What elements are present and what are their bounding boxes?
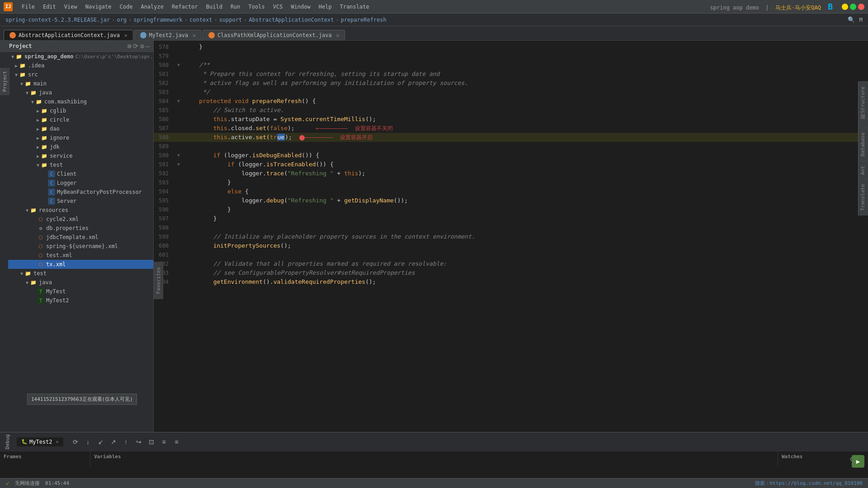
tree-cycle2[interactable]: ▶ ⬡ cycle2.xml <box>8 215 153 224</box>
favorites-tab[interactable]: Favorites <box>154 262 163 299</box>
tree-test-java[interactable]: ▼ 📁 java <box>8 278 153 287</box>
folder-icon-java: 📁 <box>30 89 37 96</box>
crumb-class[interactable]: AbstractApplicationContext <box>249 17 334 23</box>
debug-tab-close[interactable]: ✕ <box>56 439 59 444</box>
sidebar-icon-new[interactable]: ⊞ <box>127 42 131 50</box>
project-tab[interactable]: Project <box>0 68 9 95</box>
menu-translate[interactable]: Translate <box>336 2 373 11</box>
dbg-step-into[interactable]: ↙ <box>96 437 106 447</box>
menu-help[interactable]: Help <box>315 2 335 11</box>
tree-jdbctemplate[interactable]: ▶ ⬡ jdbcTemplate.xml <box>8 233 153 242</box>
tree-dao[interactable]: ▶ 📁 dao <box>8 124 153 133</box>
dbg-resume[interactable]: ↑ <box>121 437 131 447</box>
tab-close-mytest2[interactable]: ✕ <box>193 33 196 38</box>
crumb-jar[interactable]: spring-context-5.2.3.RELEASE.jar <box>5 17 110 23</box>
tree-root[interactable]: ▼ 📁 spring_aop_demo C:\Users\p'c'\Deskto… <box>8 52 153 61</box>
checkmark-icon[interactable]: ✓ <box>5 479 9 488</box>
folder-icon-cglib: 📁 <box>41 107 48 114</box>
menu-file[interactable]: File <box>18 2 38 11</box>
dbg-step-over[interactable]: ↓ <box>83 437 93 447</box>
tree-resources-label: resources <box>39 207 68 213</box>
menu-vcs[interactable]: VCS <box>269 2 287 11</box>
tree-dbprops[interactable]: ▶ ⚙ db.properties <box>8 224 153 233</box>
tree-mytest2[interactable]: ▶ T MyTest2 <box>8 296 153 305</box>
tree-ignore[interactable]: ▶ 📁 ignore <box>8 133 153 142</box>
tab-close-classpath[interactable]: ✕ <box>336 33 340 38</box>
menu-view[interactable]: View <box>61 2 81 11</box>
tab-mytest2[interactable]: MyTest2.java ✕ <box>134 30 202 40</box>
tree-java[interactable]: ▼ 📁 java <box>8 88 153 97</box>
vtab-database[interactable]: Database <box>859 127 868 161</box>
tab-close-abstract[interactable]: ✕ <box>124 33 127 38</box>
crumb-springframework[interactable]: springframework <box>133 17 182 23</box>
sidebar-icon-collapse[interactable]: — <box>146 42 150 50</box>
dbg-evaluate[interactable]: ⊡ <box>146 437 156 447</box>
dbg-settings-1[interactable]: ≡ <box>159 437 169 447</box>
close-button[interactable] <box>858 4 864 10</box>
tree-jdk[interactable]: ▶ 📁 jdk <box>8 142 153 151</box>
menu-window[interactable]: Window <box>287 2 314 11</box>
maximize-button[interactable] <box>850 4 856 10</box>
play-button[interactable]: ▶ <box>852 455 864 468</box>
crumb-method[interactable]: prepareRefresh <box>341 17 387 23</box>
menu-analyze[interactable]: Analyze <box>137 2 167 11</box>
tree-com-mashibing[interactable]: ▼ 📁 com.mashibing <box>8 97 153 106</box>
code-editor[interactable]: 578 } 579 580 ▼ /** 581 <box>154 41 868 432</box>
crumb-support[interactable]: support <box>219 17 242 23</box>
vtab-structure[interactable]: Structure <box>859 81 868 118</box>
status-link[interactable]: 搜索：https://blog.csdn.net/qq_810100 <box>755 480 863 487</box>
tree-service[interactable]: ▶ 📁 service <box>8 151 153 160</box>
menu-run[interactable]: Run <box>227 2 244 11</box>
tree-cglib[interactable]: ▶ 📁 cglib <box>8 106 153 115</box>
menu-tools[interactable]: Tools <box>245 2 269 11</box>
tree-txxmlselected[interactable]: ▶ ⬡ tx.xml <box>8 260 153 269</box>
dbg-restart[interactable]: ⟳ <box>71 437 80 447</box>
fold-591[interactable]: ▼ <box>177 160 180 169</box>
tree-circle[interactable]: ▶ 📁 circle <box>8 115 153 124</box>
variables-header: Variables <box>94 454 121 460</box>
debug-side-tab[interactable]: Debug <box>4 433 11 450</box>
tab-classpathxml[interactable]: ClassPathXmlApplicationContext.java ✕ <box>203 30 345 40</box>
tree-main[interactable]: ▼ 📁 main <box>8 79 153 88</box>
dbg-step-out[interactable]: ↗ <box>108 437 118 447</box>
menu-edit[interactable]: Edit <box>39 2 60 11</box>
crumb-context[interactable]: context <box>189 17 212 23</box>
tree-logger[interactable]: ▶ C Logger <box>8 178 153 188</box>
tree-server[interactable]: ▶ C Server <box>8 197 153 206</box>
tree-mytest[interactable]: ▶ T MyTest <box>8 287 153 296</box>
menu-code[interactable]: Code <box>116 2 137 11</box>
tree-resources[interactable]: ▼ 📁 resources <box>8 206 153 215</box>
vtab-translate[interactable]: Translate <box>859 179 868 216</box>
menu-refactor[interactable]: Refactor <box>168 2 202 11</box>
sidebar-icon-sync[interactable]: ⟳ <box>133 42 138 50</box>
line-content-578: } <box>183 42 868 52</box>
gutter-590: ▼ <box>174 151 183 160</box>
tree-src[interactable]: ▼ 📁 src <box>8 70 153 79</box>
tree-test-inner[interactable]: ▼ 📁 test <box>8 160 153 169</box>
tab-abstract-context[interactable]: AbstractApplicationContext.java ✕ <box>4 30 133 40</box>
tree-spring-username[interactable]: ▶ ⬡ spring-${username}.xml <box>8 242 153 251</box>
dbg-settings-2[interactable]: ≡ <box>172 437 182 447</box>
debug-tab-mytest2[interactable]: 🐛 MyTest2 ✕ <box>17 437 63 446</box>
tree-mybeanfactory[interactable]: ▶ C MyBeanFactoryPostProcessor <box>8 188 153 197</box>
code-area[interactable]: 578 } 579 580 ▼ /** 581 <box>154 41 868 432</box>
tree-testxml[interactable]: ▶ ⬡ test.xml <box>8 251 153 260</box>
vtab-unknown[interactable]: 面 <box>859 118 868 127</box>
fold-584[interactable]: ▼ <box>177 97 180 106</box>
sidebar-icon-settings[interactable]: ⚙ <box>140 42 144 50</box>
xml-icon-jdbc: ⬡ <box>37 234 44 241</box>
menu-navigate[interactable]: Navigate <box>82 2 115 11</box>
fold-580[interactable]: ▼ <box>177 61 180 70</box>
menu-build[interactable]: Build <box>203 2 226 11</box>
vtab-ant[interactable]: Ant <box>859 161 868 179</box>
fold-590[interactable]: ▼ <box>177 151 180 160</box>
minimize-button[interactable] <box>842 4 848 10</box>
crumb-org[interactable]: org <box>117 17 127 23</box>
tab-icon-classpath <box>208 32 215 38</box>
tree-client[interactable]: ▶ C Client <box>8 169 153 178</box>
right-vertical-tabs: Structure 面 Database Ant Translate <box>858 81 868 216</box>
tree-idea[interactable]: ▶ 📁 .idea <box>8 61 153 70</box>
tree-test-top[interactable]: ▼ 📁 test <box>8 269 153 278</box>
dbg-run-cursor[interactable]: ↪ <box>134 437 144 447</box>
search-icon[interactable]: 🔍 <box>848 16 855 23</box>
